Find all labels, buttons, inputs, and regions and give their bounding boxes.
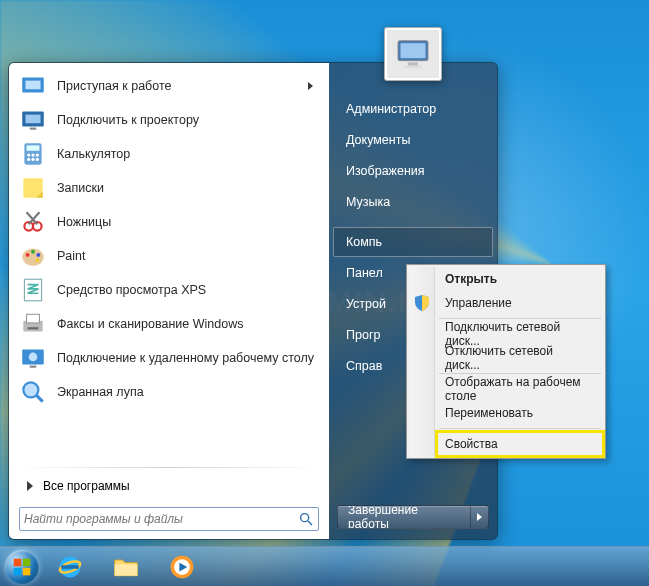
taskbar-ie-button[interactable] [43, 550, 97, 584]
svg-point-29 [29, 353, 38, 362]
windows-logo-icon [12, 557, 32, 577]
sticky-notes-icon [19, 174, 47, 202]
context-menu-item[interactable]: Отключить сетевой диск... [437, 346, 603, 370]
svg-point-20 [26, 253, 30, 257]
separator [17, 467, 321, 468]
projector-icon [19, 106, 47, 134]
start-right-item[interactable]: Администратор [333, 94, 493, 124]
xps-icon [19, 276, 47, 304]
context-menu-item[interactable]: Подключить сетевой диск... [437, 322, 603, 346]
svg-rect-36 [401, 43, 426, 58]
taskbar [0, 546, 649, 586]
start-menu-left-panel: Приступая к работеПодключить к проектору… [9, 63, 329, 539]
svg-rect-41 [14, 567, 22, 575]
context-menu: ОткрытьУправлениеПодключить сетевой диск… [406, 264, 606, 459]
svg-rect-40 [23, 558, 31, 566]
svg-rect-45 [61, 565, 79, 569]
all-programs-label: Все программы [43, 479, 130, 493]
ie-icon [56, 553, 84, 581]
svg-point-8 [31, 153, 34, 156]
svg-rect-24 [24, 279, 41, 301]
svg-rect-6 [27, 145, 40, 150]
svg-point-10 [27, 158, 30, 161]
start-right-item[interactable]: Компь [333, 227, 493, 257]
fax-icon [19, 310, 47, 338]
svg-point-21 [31, 250, 35, 254]
triangle-right-icon [27, 481, 33, 491]
program-label: Приступая к работе [57, 79, 171, 93]
start-right-item[interactable]: Документы [333, 125, 493, 155]
paint-icon [19, 242, 47, 270]
svg-rect-37 [408, 62, 418, 65]
context-menu-item[interactable]: Открыть [437, 267, 603, 291]
program-item[interactable]: Факсы и сканирование Windows [15, 307, 323, 341]
svg-line-34 [308, 521, 312, 525]
svg-rect-3 [25, 115, 40, 124]
svg-rect-30 [30, 366, 36, 368]
program-item[interactable]: Ножницы [15, 205, 323, 239]
snipping-icon [19, 208, 47, 236]
search-row [15, 501, 323, 533]
program-item[interactable]: Подключить к проектору [15, 103, 323, 137]
context-menu-item[interactable]: Переименовать [437, 401, 603, 425]
magnifier-icon [19, 378, 47, 406]
program-label: Факсы и сканирование Windows [57, 317, 243, 331]
context-menu-item[interactable]: Управление [437, 291, 603, 315]
svg-rect-1 [25, 81, 40, 90]
programs-list: Приступая к работеПодключить к проектору… [15, 69, 323, 464]
svg-rect-4 [30, 128, 36, 130]
program-item[interactable]: Paint [15, 239, 323, 273]
svg-rect-39 [14, 558, 22, 566]
user-picture[interactable] [384, 27, 442, 81]
start-right-item[interactable]: Музыка [333, 187, 493, 217]
program-item[interactable]: Экранная лупа [15, 375, 323, 409]
program-label: Средство просмотра XPS [57, 283, 206, 297]
context-menu-item[interactable]: Отображать на рабочем столе [437, 377, 603, 401]
rdp-icon [19, 344, 47, 372]
search-icon [298, 511, 314, 527]
shutdown-row: Завершение работы [329, 497, 497, 539]
menu-separator [439, 318, 601, 319]
program-item[interactable]: Подключение к удаленному рабочему столу [15, 341, 323, 375]
shutdown-button[interactable]: Завершение работы [337, 505, 489, 529]
svg-rect-46 [115, 564, 138, 575]
program-item[interactable]: Средство просмотра XPS [15, 273, 323, 307]
program-item[interactable]: Записки [15, 171, 323, 205]
spacer [329, 218, 497, 226]
folder-icon [112, 553, 140, 581]
program-label: Подключение к удаленному рабочему столу [57, 351, 314, 365]
start-right-item[interactable]: Изображения [333, 156, 493, 186]
program-label: Подключить к проектору [57, 113, 199, 127]
media-player-icon [168, 553, 196, 581]
svg-point-12 [36, 158, 39, 161]
svg-point-11 [31, 158, 34, 161]
program-item[interactable]: Приступая к работе [15, 69, 323, 103]
shield-icon [413, 294, 431, 312]
program-item[interactable]: Калькулятор [15, 137, 323, 171]
program-label: Экранная лупа [57, 385, 144, 399]
shutdown-options-arrow[interactable] [470, 506, 488, 528]
context-menu-item[interactable]: Свойства [437, 432, 603, 456]
svg-point-22 [36, 253, 40, 257]
search-input[interactable] [24, 512, 298, 526]
menu-separator [439, 373, 601, 374]
monitor-icon [393, 34, 433, 74]
svg-rect-26 [27, 314, 40, 323]
svg-rect-27 [28, 327, 39, 329]
svg-line-32 [36, 395, 42, 401]
submenu-arrow-icon [308, 82, 313, 90]
taskbar-explorer-button[interactable] [99, 550, 153, 584]
all-programs-button[interactable]: Все программы [15, 471, 323, 501]
svg-point-23 [35, 258, 39, 262]
svg-point-9 [36, 153, 39, 156]
menu-separator [439, 428, 601, 429]
program-label: Ножницы [57, 215, 111, 229]
getting-started-icon [19, 72, 47, 100]
program-label: Записки [57, 181, 104, 195]
taskbar-mediaplayer-button[interactable] [155, 550, 209, 584]
svg-point-7 [27, 153, 30, 156]
svg-rect-42 [23, 567, 31, 575]
search-box[interactable] [19, 507, 319, 531]
start-button[interactable] [2, 547, 42, 587]
svg-point-31 [23, 382, 38, 397]
